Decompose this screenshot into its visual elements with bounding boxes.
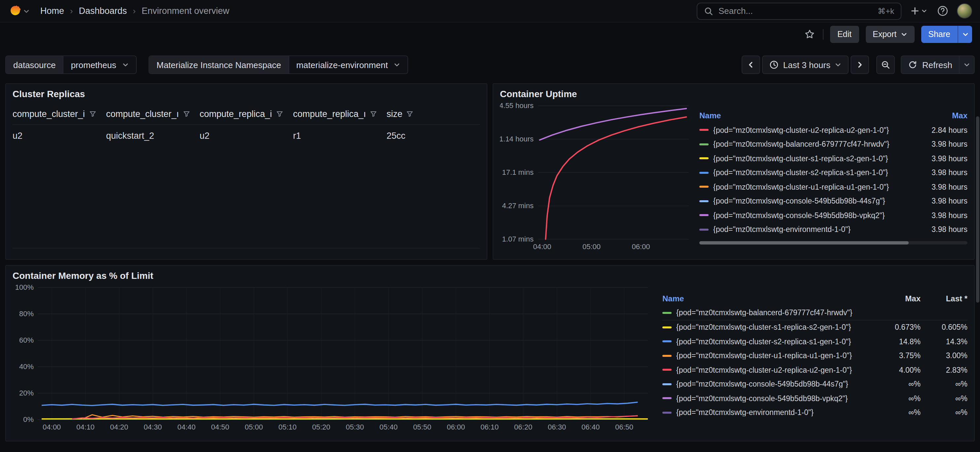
column-header[interactable]: compute_cluster_ı — [106, 106, 199, 125]
series-name[interactable]: {pod="mz0tcmxlswtg-cluster-u2-replica-u2… — [713, 126, 915, 134]
datasource-picker[interactable]: prometheus — [63, 56, 136, 73]
legend-row[interactable]: {pod="mz0tcmxlswtg-console-549b5db98b-vp… — [699, 208, 967, 222]
time-range-picker[interactable]: Last 3 hours — [762, 56, 849, 74]
series-name[interactable]: {pod="mz0tcmxlswtg-cluster-u2-replica-u2… — [676, 366, 878, 374]
legend-max-header[interactable]: Max — [882, 294, 921, 303]
time-shift-forward-button[interactable] — [851, 56, 869, 74]
series-name[interactable]: {pod="mz0tcmxlswtg-cluster-u1-replica-u1… — [713, 183, 915, 191]
edit-button[interactable]: Edit — [830, 26, 859, 43]
series-max-value: 0.673% — [882, 323, 921, 331]
panel-title[interactable]: Cluster Replicas — [13, 89, 480, 99]
series-color-swatch — [662, 355, 671, 357]
chevron-down-icon — [122, 61, 129, 68]
legend-row[interactable]: {pod="mz0tcmxlswtg-cluster-s1-replica-s2… — [662, 320, 967, 334]
refresh-interval-caret[interactable] — [959, 56, 975, 74]
chevron-down-icon — [921, 8, 927, 14]
legend-row[interactable]: {pod="mz0tcmxlswtg-environmentd-1-0"}∞%∞… — [662, 406, 967, 420]
breadcrumb-dashboards[interactable]: Dashboards — [79, 6, 127, 16]
legend-last-header[interactable]: Last * — [925, 294, 967, 303]
legend-row[interactable]: {pod="mz0tcmxlswtg-console-549b5db98b-vp… — [662, 391, 967, 406]
user-avatar[interactable] — [957, 3, 972, 19]
column-header[interactable]: compute_replica_ı — [293, 106, 387, 125]
column-header[interactable]: compute_replica_i — [199, 106, 293, 125]
share-dropdown-caret[interactable] — [958, 26, 972, 43]
series-name[interactable]: {pod="mz0tcmxlswtg-console-549b5db98b-44… — [676, 380, 878, 388]
legend-row[interactable]: {pod="mz0tcmxlswtg-cluster-s2-replica-s1… — [699, 166, 967, 180]
time-shift-back-button[interactable] — [741, 56, 760, 74]
org-switcher[interactable] — [8, 4, 30, 18]
filter-icon[interactable] — [370, 110, 377, 118]
memory-timeseries-chart[interactable]: 04:0004:1004:2004:3004:4004:5005:0005:10… — [13, 282, 653, 433]
uptime-timeseries-chart[interactable]: 1.07 mins4.27 mins17.1 mins1.14 hours4.5… — [500, 101, 691, 252]
datasource-value: prometheus — [71, 60, 116, 70]
series-name[interactable]: {pod="mz0tcmxlswtg-cluster-s1-replica-s2… — [713, 155, 915, 163]
export-button[interactable]: Export — [865, 26, 914, 43]
scrollbar-thumb[interactable] — [699, 241, 908, 244]
variable-label: Materialize Instance Namespace — [149, 56, 288, 73]
legend-row[interactable]: {pod="mz0tcmxlswtg-cluster-u2-replica-u2… — [662, 363, 967, 377]
namespace-picker[interactable]: materialize-environment — [288, 56, 407, 73]
legend-row[interactable]: {pod="mz0tcmxlswtg-console-549b5db98b-44… — [699, 194, 967, 208]
panel-container-memory: Container Memory as % of Limit 04:0004:1… — [5, 265, 975, 441]
uptime-legend: Name Max {pod="mz0tcmxlswtg-cluster-u2-r… — [691, 109, 967, 252]
filter-icon[interactable] — [276, 110, 283, 118]
series-name[interactable]: {pod="mz0tcmxlswtg-balancerd-679777cf47-… — [713, 141, 915, 149]
question-circle-icon — [937, 5, 948, 16]
help-button[interactable] — [936, 4, 950, 18]
table-row[interactable]: u2quickstart_2u2r125cc — [13, 125, 480, 147]
legend-row[interactable]: {pod="mz0tcmxlswtg-balancerd-679777cf47-… — [662, 306, 967, 320]
series-name[interactable]: {pod="mz0tcmxlswtg-balancerd-679777cf47-… — [676, 309, 878, 317]
legend-row[interactable]: {pod="mz0tcmxlswtg-console-549b5db98b-44… — [662, 377, 967, 391]
column-header-label: compute_cluster_ı — [106, 109, 179, 119]
series-name[interactable]: {pod="mz0tcmxlswtg-console-549b5db98b-44… — [713, 197, 915, 205]
column-header[interactable]: compute_cluster_i — [13, 106, 106, 125]
divider — [823, 29, 824, 40]
legend-row[interactable]: {pod="mz0tcmxlswtg-balancerd-679777cf47-… — [699, 137, 967, 151]
share-button[interactable]: Share — [921, 26, 958, 43]
legend-max-header[interactable]: Max — [920, 111, 967, 120]
legend-row[interactable]: {pod="mz0tcmxlswtg-cluster-s1-replica-s2… — [699, 151, 967, 166]
series-name[interactable]: {pod="mz0tcmxlswtg-cluster-s1-replica-s2… — [676, 323, 878, 331]
grafana-dashboard: Home › Dashboards › Environment overview… — [0, 0, 980, 452]
legend-header: Name Max Last * — [662, 291, 967, 306]
series-name[interactable]: {pod="mz0tcmxlswtg-console-549b5db98b-vp… — [676, 395, 878, 402]
filter-icon[interactable] — [89, 110, 96, 118]
series-name[interactable]: {pod="mz0tcmxlswtg-cluster-u1-replica-u1… — [676, 352, 878, 360]
legend-row[interactable]: {pod="mz0tcmxlswtg-cluster-u1-replica-u1… — [699, 180, 967, 194]
legend-row[interactable]: {pod="mz0tcmxlswtg-cluster-u2-replica-u2… — [699, 123, 967, 137]
legend-scrollbar[interactable] — [699, 241, 967, 244]
column-header-label: compute_replica_i — [199, 109, 272, 119]
legend-name-header[interactable]: Name — [662, 294, 878, 303]
refresh-button[interactable]: Refresh — [901, 56, 959, 74]
breadcrumb-separator: › — [70, 6, 73, 16]
page-scrollbar[interactable] — [976, 116, 979, 303]
column-header[interactable]: size — [387, 106, 480, 125]
refresh-label: Refresh — [922, 60, 952, 70]
panel-title[interactable]: Container Memory as % of Limit — [13, 270, 967, 281]
column-header-label: compute_cluster_i — [13, 109, 85, 119]
legend-row[interactable]: {pod="mz0tcmxlswtg-cluster-u1-replica-u1… — [662, 348, 967, 363]
panel-title[interactable]: Container Uptime — [500, 89, 967, 99]
filter-icon[interactable] — [183, 110, 190, 118]
search-placeholder: Search... — [719, 6, 753, 16]
series-name[interactable]: {pod="mz0tcmxlswtg-environmentd-1-0"} — [713, 226, 915, 233]
legend-name-header[interactable]: Name — [699, 111, 915, 120]
search-input[interactable]: Search... ⌘+k — [697, 2, 901, 19]
variable-label: datasource — [6, 56, 63, 73]
svg-text:04:40: 04:40 — [177, 423, 196, 431]
legend-row[interactable]: {pod="mz0tcmxlswtg-cluster-s2-replica-s1… — [662, 334, 967, 348]
zoom-out-button[interactable] — [877, 56, 895, 74]
series-color-swatch — [662, 412, 671, 414]
new-menu-button[interactable] — [909, 5, 929, 17]
clock-icon — [769, 60, 779, 69]
series-name[interactable]: {pod="mz0tcmxlswtg-environmentd-1-0"} — [676, 409, 878, 417]
series-name[interactable]: {pod="mz0tcmxlswtg-cluster-s2-replica-s1… — [676, 338, 878, 346]
favorite-star-button[interactable] — [803, 28, 816, 41]
series-max-value: 2.84 hours — [920, 126, 967, 134]
series-color-swatch — [699, 228, 709, 231]
series-name[interactable]: {pod="mz0tcmxlswtg-cluster-s2-replica-s1… — [713, 169, 915, 177]
series-name[interactable]: {pod="mz0tcmxlswtg-console-549b5db98b-vp… — [713, 211, 915, 219]
breadcrumb-home[interactable]: Home — [40, 6, 64, 16]
filter-icon[interactable] — [406, 110, 414, 118]
legend-row[interactable]: {pod="mz0tcmxlswtg-environmentd-1-0"}3.9… — [699, 222, 967, 236]
